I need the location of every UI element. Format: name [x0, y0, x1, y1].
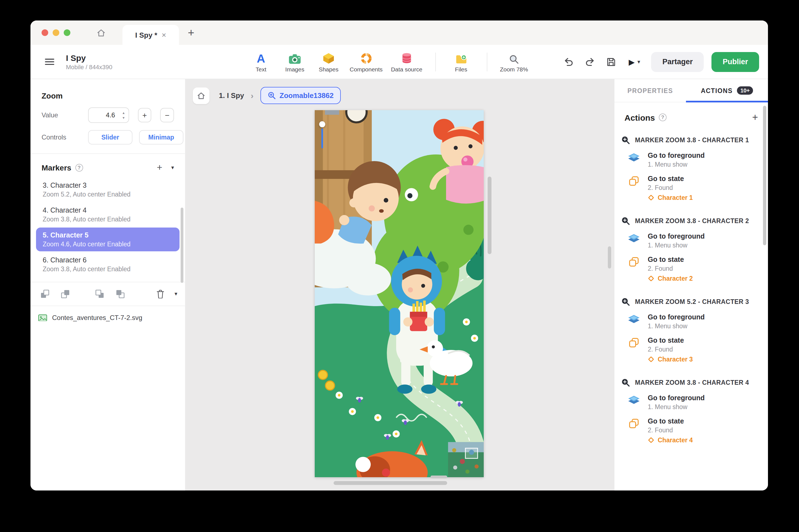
tool-zoom[interactable]: Zoom 78% [497, 51, 530, 73]
action-item-state[interactable]: Go to state 2. Found Character 2 [627, 256, 760, 282]
state-copy-icon [627, 417, 641, 429]
preview-play-button[interactable]: ▶ [629, 58, 635, 65]
minimap-control-button[interactable]: Minimap [139, 130, 183, 145]
minimize-window-button[interactable] [53, 29, 59, 36]
delete-dropdown-caret[interactable]: ▾ [175, 291, 177, 297]
marker-item[interactable]: 6. Character 6 Zoom 3.8, Auto center Ena… [36, 252, 180, 276]
tool-text[interactable]: A Text [246, 51, 276, 73]
device-horizontal-scrollbar[interactable] [431, 476, 447, 478]
canvas-minimap[interactable] [448, 442, 484, 477]
actions-panel-scrollbar[interactable] [763, 106, 766, 245]
layer-diamond-icon [627, 152, 641, 163]
tool-data-source[interactable]: Data source [389, 51, 424, 73]
share-button[interactable]: Partager [651, 52, 704, 72]
canvas-area[interactable]: 1. I Spy › Zoomable13862 [186, 79, 614, 491]
redo-button[interactable] [583, 55, 597, 69]
canvas-vertical-scrollbar[interactable] [488, 176, 491, 254]
add-marker-button[interactable]: + [157, 163, 162, 172]
close-window-button[interactable] [41, 29, 48, 36]
action-title: Go to state [648, 256, 693, 264]
marker-list-scrollbar[interactable] [181, 208, 183, 283]
sidebar-divider [31, 153, 185, 154]
slider-control-button[interactable]: Slider [88, 130, 132, 145]
action-group-header[interactable]: MARKER ZOOM 3.8 - CHARACTER 1 [621, 136, 760, 145]
tool-files[interactable]: Files [446, 51, 476, 73]
document-tab[interactable]: I Spy * × [123, 25, 179, 45]
layer-diamond-icon [627, 232, 641, 243]
close-tab-icon[interactable]: × [162, 31, 166, 39]
bring-to-front-button[interactable] [114, 287, 127, 301]
ispy-illustration[interactable] [315, 110, 484, 477]
canvas-home-button[interactable] [193, 87, 210, 104]
action-group-title: MARKER ZOOM 3.8 - CHARACTER 1 [635, 137, 749, 144]
delete-button[interactable] [154, 287, 167, 301]
tab-properties[interactable]: PROPERTIES [615, 79, 686, 102]
zoom-increase-button[interactable]: + [138, 108, 151, 122]
action-target[interactable]: Character 1 [648, 194, 693, 201]
stepper-up-icon[interactable]: ▴ [123, 110, 124, 115]
text-tool-icon: A [257, 51, 265, 64]
action-group-header[interactable]: MARKER ZOOM 5.2 - CHARACTER 3 [621, 297, 760, 306]
marker-item-selected[interactable]: 5. Character 5 Zoom 4.6, Auto center Ena… [36, 228, 180, 251]
tool-images[interactable]: Images [280, 51, 310, 73]
magnifier-icon [509, 51, 519, 64]
marker-item-subtitle: Zoom 3.8, Auto center Enabled [43, 266, 173, 272]
layer-diamond-icon [627, 314, 641, 324]
action-item-foreground[interactable]: Go to foreground 1. Menu show [627, 314, 760, 329]
menu-button[interactable] [39, 52, 59, 72]
action-group: MARKER ZOOM 3.8 - CHARACTER 1 Go to fore… [621, 136, 760, 201]
action-item-state[interactable]: Go to state 2. Found Character 1 [627, 175, 760, 201]
tool-shapes[interactable]: Shapes [314, 51, 344, 73]
components-icon [360, 51, 372, 64]
publish-button[interactable]: Publier [711, 52, 759, 72]
home-icon [96, 28, 106, 37]
send-to-back-button[interactable] [93, 287, 106, 301]
actions-help-icon[interactable]: ? [659, 113, 667, 121]
action-group-header[interactable]: MARKER ZOOM 3.8 - CHARACTER 4 [621, 378, 760, 387]
asset-file-row[interactable]: Contes_aventures_CT-7-2.svg [31, 306, 185, 329]
toolbar-divider [487, 52, 487, 71]
action-item-foreground[interactable]: Go to foreground 1. Menu show [627, 232, 760, 249]
tool-components[interactable]: Components [347, 51, 385, 73]
home-tab-button[interactable] [93, 24, 109, 41]
save-button[interactable] [604, 55, 618, 69]
action-item-foreground[interactable]: Go to foreground 1. Menu show [627, 394, 760, 410]
action-item-state[interactable]: Go to state 2. Found Character 4 [627, 417, 760, 443]
action-item-state[interactable]: Go to state 2. Found Character 3 [627, 337, 760, 363]
canvas-zoom-slider[interactable] [319, 121, 326, 148]
add-action-button[interactable]: + [752, 112, 758, 122]
bring-forward-button[interactable] [59, 287, 72, 301]
project-subtitle: Mobile / 844x390 [66, 64, 112, 70]
asset-file-name: Contes_aventures_CT-7-2.svg [52, 314, 142, 322]
undo-button[interactable] [562, 55, 576, 69]
canvas-area-vertical-scrollbar[interactable] [608, 246, 611, 268]
selected-layer-chip[interactable]: Zoomable13862 [260, 87, 341, 104]
controls-label: Controls [41, 133, 88, 141]
window-tabstrip: I Spy * × + [31, 20, 768, 45]
stepper-down-icon[interactable]: ▾ [123, 115, 124, 120]
action-group-header[interactable]: MARKER ZOOM 3.8 - CHARACTER 2 [621, 216, 760, 225]
zoom-decrease-button[interactable]: − [160, 108, 174, 122]
zoom-window-button[interactable] [64, 29, 70, 36]
action-item-foreground[interactable]: Go to foreground 1. Menu show [627, 152, 760, 168]
action-target[interactable]: Character 4 [648, 437, 693, 443]
action-title: Go to foreground [648, 314, 705, 321]
action-group-title: MARKER ZOOM 3.8 - CHARACTER 4 [635, 379, 749, 386]
canvas-horizontal-scrollbar[interactable] [333, 481, 447, 485]
action-target[interactable]: Character 3 [648, 356, 693, 363]
breadcrumb-page[interactable]: 1. I Spy [219, 91, 244, 100]
new-tab-button[interactable]: + [188, 27, 194, 38]
preview-dropdown-caret[interactable]: ▾ [637, 59, 640, 64]
send-backward-button[interactable] [38, 287, 52, 301]
zoom-slider-track [321, 129, 323, 148]
zoom-slider-handle[interactable] [319, 121, 325, 127]
marker-item[interactable]: 4. Character 4 Zoom 3.8, Auto center Ena… [36, 203, 180, 226]
tab-actions[interactable]: ACTIONS 10+ [686, 79, 768, 102]
device-canvas[interactable] [315, 110, 484, 477]
action-target[interactable]: Character 2 [648, 275, 693, 282]
markers-help-icon[interactable]: ? [75, 164, 83, 171]
marker-item[interactable]: 3. Character 3 Zoom 5.2, Auto center Ena… [36, 178, 180, 202]
markers-dropdown-caret[interactable]: ▾ [171, 165, 174, 170]
action-subtitle: 1. Menu show [648, 161, 705, 168]
document-tab-title: I Spy * [135, 31, 157, 39]
